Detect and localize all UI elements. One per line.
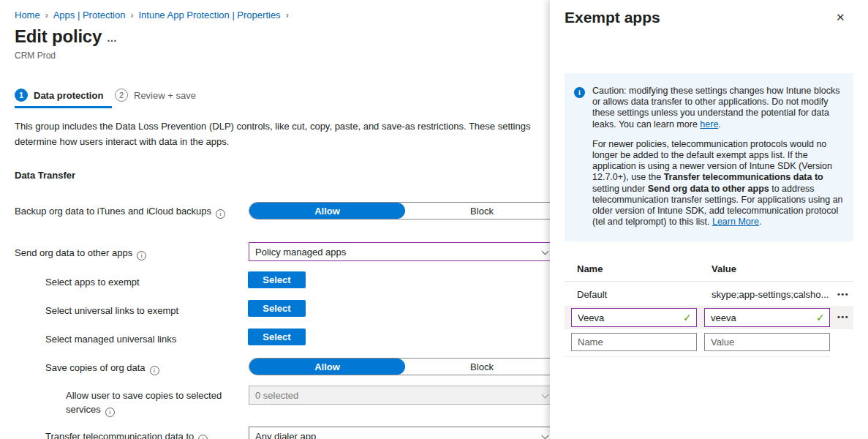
page-title: Edit policy: [15, 26, 102, 47]
breadcrumb-separator-icon: ›: [286, 10, 289, 20]
chevron-down-icon: [542, 432, 549, 439]
active-tab-underline: [15, 106, 112, 108]
dropdown-value: Policy managed apps: [255, 247, 346, 258]
tab-review-save[interactable]: 2 Review + save: [115, 89, 196, 102]
toggle-block-option[interactable]: Block: [405, 203, 550, 219]
new-value-input[interactable]: [704, 333, 830, 351]
row-menu-icon[interactable]: •••: [834, 312, 853, 321]
veeva-name-input[interactable]: [571, 308, 697, 327]
exempt-apps-panel: Exempt apps ✕ i Caution: modifying these…: [550, 0, 868, 439]
breadcrumb: Home›Apps | Protection›Intune App Protec…: [15, 8, 294, 21]
default-name-cell: Default: [577, 289, 607, 300]
tab-2-label: Review + save: [134, 90, 196, 101]
toggle-allow-option[interactable]: Allow: [249, 203, 405, 219]
column-header-value: Value: [712, 263, 736, 274]
section-title-data-transfer: Data Transfer: [15, 170, 75, 181]
page-subtitle: CRM Prod: [15, 50, 56, 61]
chevron-down-icon: [542, 248, 549, 255]
label-save-copies: Save copies of org datai: [45, 361, 159, 375]
info-icon: i: [574, 87, 585, 98]
info-icon[interactable]: i: [150, 366, 159, 375]
new-name-input[interactable]: [571, 333, 697, 351]
breadcrumb-separator-icon: ›: [45, 10, 48, 20]
label-transfer-telecom: Transfer telecommunication data toi: [45, 429, 208, 439]
label-send-org-data: Send org data to other appsi: [15, 246, 146, 260]
select-apps-exempt-button[interactable]: Select: [248, 271, 306, 288]
column-header-name: Name: [577, 263, 603, 274]
here-link[interactable]: here: [700, 119, 718, 130]
caution-infobox: i Caution: modifying these settings chan…: [565, 73, 853, 241]
group-description: This group includes the Data Loss Preven…: [15, 119, 535, 149]
edit-policy-page: Home›Apps | Protection›Intune App Protec…: [0, 0, 550, 439]
default-value-cell: skype;app-settings;calsho...: [712, 289, 832, 300]
breadcrumb-home[interactable]: Home: [15, 10, 40, 20]
select-universal-links-button[interactable]: Select: [248, 300, 306, 317]
label-select-universal-links: Select universal links to exempt: [45, 304, 178, 318]
row-menu-icon[interactable]: •••: [834, 290, 853, 299]
close-icon[interactable]: ✕: [836, 11, 845, 24]
page-title-menu-icon[interactable]: …: [107, 32, 117, 44]
chevron-down-icon: [542, 391, 549, 399]
table-divider: [565, 281, 853, 282]
label-backup-org-data: Backup org data to iTunes and iCloud bac…: [15, 204, 234, 219]
valid-check-icon: ✓: [683, 312, 692, 323]
tab-data-protection[interactable]: 1 Data protection: [15, 89, 103, 102]
dropdown-value: 0 selected: [255, 390, 298, 401]
dropdown-transfer-telecom[interactable]: Any dialer app: [249, 427, 550, 439]
dropdown-save-services-disabled: 0 selected: [249, 386, 550, 405]
toggle-save-copies: Allow Block: [249, 358, 550, 375]
veeva-value-input[interactable]: [704, 308, 830, 327]
tab-2-number-badge: 2: [115, 89, 128, 102]
breadcrumb-apps-protection[interactable]: Apps | Protection: [53, 10, 126, 20]
learn-more-link[interactable]: Learn More: [712, 217, 759, 227]
toggle-allow-option[interactable]: Allow: [249, 359, 405, 375]
infobox-text: Caution: modifying these settings change…: [592, 86, 845, 228]
select-managed-links-button[interactable]: Select: [248, 329, 306, 345]
label-select-managed-links: Select managed universal links: [45, 332, 176, 346]
panel-title: Exempt apps: [565, 9, 660, 26]
label-allow-save-services: Allow user to save copies to selected se…: [66, 389, 238, 417]
info-icon[interactable]: i: [216, 209, 225, 219]
toggle-backup-org-data: Allow Block: [249, 202, 550, 220]
dropdown-send-org-data[interactable]: Policy managed apps: [249, 242, 550, 261]
label-select-apps-exempt: Select apps to exempt: [45, 275, 140, 289]
table-bottom-divider: [565, 356, 830, 357]
valid-check-icon: ✓: [816, 312, 825, 323]
dropdown-value: Any dialer app: [255, 431, 316, 439]
tab-1-number-badge: 1: [15, 89, 28, 102]
infobox-paragraph-1: Caution: modifying these settings change…: [592, 86, 845, 130]
tab-1-label: Data protection: [34, 90, 103, 101]
toggle-block-option[interactable]: Block: [405, 359, 550, 375]
info-icon[interactable]: i: [137, 251, 146, 260]
info-icon[interactable]: i: [105, 408, 115, 417]
infobox-paragraph-2: For newer policies, telecommunication pr…: [592, 139, 845, 228]
info-icon[interactable]: i: [198, 435, 208, 439]
breadcrumb-separator-icon: ›: [130, 10, 133, 20]
breadcrumb-intune-app-protection[interactable]: Intune App Protection | Properties: [138, 10, 280, 20]
